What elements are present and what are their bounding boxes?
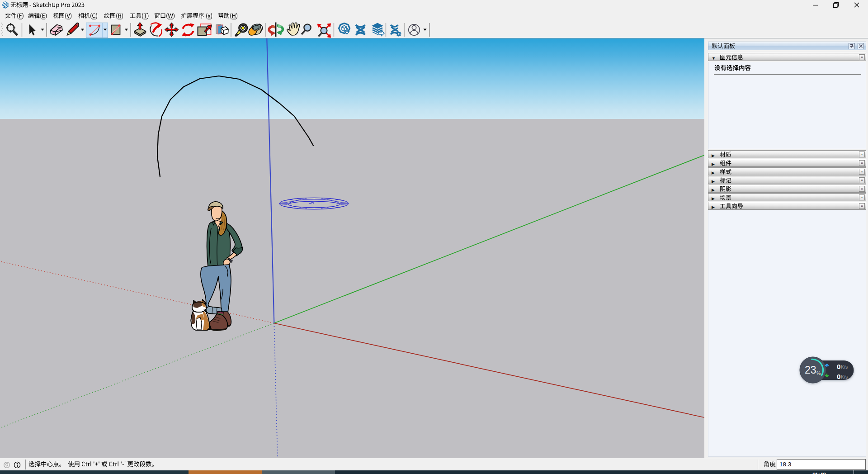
svg-text:0: 0 <box>837 373 840 380</box>
svg-text:K/s: K/s <box>841 374 848 379</box>
svg-text:23: 23 <box>805 364 816 376</box>
svg-text:%: % <box>816 370 821 376</box>
svg-text:K/s: K/s <box>841 364 848 370</box>
svg-text:0: 0 <box>837 363 840 370</box>
